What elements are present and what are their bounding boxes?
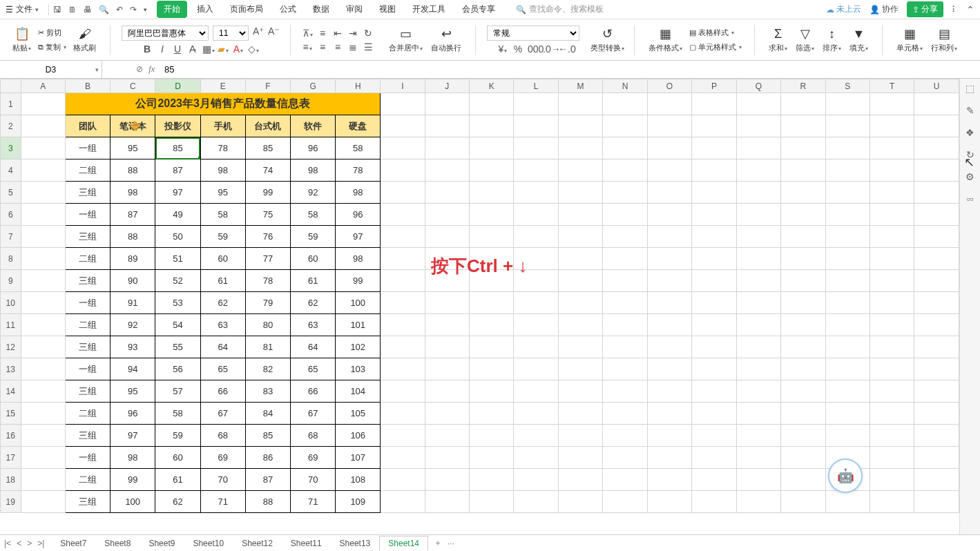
italic-icon[interactable]: I (157, 44, 168, 55)
empty-cell[interactable] (558, 160, 602, 182)
name-box[interactable]: ▾ (0, 61, 102, 78)
sheet-tab-Sheet7[interactable]: Sheet7 (51, 536, 95, 551)
empty-cell[interactable] (469, 226, 513, 248)
percent-icon[interactable]: % (512, 44, 523, 55)
empty-cell[interactable] (603, 447, 647, 469)
data-cell[interactable]: 58 (291, 204, 336, 226)
data-cell[interactable]: 70 (200, 469, 245, 491)
empty-cell[interactable] (914, 336, 959, 358)
data-cell[interactable]: 一组 (66, 292, 111, 314)
empty-cell[interactable] (825, 226, 869, 248)
row-header-15[interactable]: 15 (1, 403, 21, 425)
cell-style-button[interactable]: ▢单元格样式 (688, 41, 743, 53)
empty-cell[interactable] (736, 469, 780, 491)
data-cell[interactable]: 53 (155, 292, 200, 314)
empty-cell[interactable] (603, 403, 647, 425)
row-header-4[interactable]: 4 (1, 160, 21, 182)
data-cell[interactable]: 61 (200, 270, 245, 292)
cond-format-button[interactable]: ▦条件格式 (646, 25, 685, 55)
empty-cell[interactable] (781, 226, 825, 248)
empty-cell[interactable] (603, 336, 647, 358)
empty-cell[interactable] (825, 204, 869, 226)
command-search[interactable]: 🔍 查找命令、搜索模板 (516, 3, 604, 15)
tab-start[interactable]: 开始 (157, 1, 187, 18)
row-header-5[interactable]: 5 (1, 182, 21, 204)
data-cell[interactable]: 80 (245, 314, 290, 336)
share-button[interactable]: ⇪分享 (907, 1, 943, 17)
empty-cell[interactable] (914, 182, 959, 204)
row-header-17[interactable]: 17 (1, 447, 21, 469)
rowcol-button[interactable]: ▤行和列 (928, 25, 960, 55)
empty-cell[interactable] (692, 93, 736, 115)
data-cell[interactable]: 50 (155, 226, 200, 248)
add-sheet-button[interactable]: ＋ (434, 537, 442, 549)
empty-cell[interactable] (558, 137, 602, 160)
data-cell[interactable]: 84 (245, 403, 290, 425)
data-cell[interactable]: 68 (291, 425, 336, 447)
data-cell[interactable]: 87 (245, 469, 290, 491)
empty-cell[interactable] (381, 93, 425, 115)
merge-button[interactable]: ▭合并居中 (386, 25, 425, 55)
empty-cell[interactable] (21, 93, 65, 115)
data-cell[interactable]: 55 (155, 336, 200, 358)
empty-cell[interactable] (425, 226, 469, 248)
empty-cell[interactable] (425, 270, 469, 292)
empty-cell[interactable] (469, 358, 513, 380)
empty-cell[interactable] (558, 226, 602, 248)
empty-cell[interactable] (647, 160, 691, 182)
empty-cell[interactable] (692, 292, 736, 314)
empty-cell[interactable] (558, 314, 602, 336)
font-name-select[interactable]: 阿里巴巴普惠体 (122, 26, 209, 41)
empty-cell[interactable] (736, 160, 780, 182)
empty-cell[interactable] (381, 270, 425, 292)
empty-cell[interactable] (647, 292, 691, 314)
data-cell[interactable]: 102 (336, 336, 381, 358)
sidepanel-style-icon[interactable]: ✎ (966, 105, 974, 116)
header-cell[interactable]: 软件 (291, 115, 336, 137)
empty-cell[interactable] (381, 160, 425, 182)
data-cell[interactable]: 52 (155, 270, 200, 292)
underline-icon[interactable]: U (172, 44, 183, 55)
data-cell[interactable]: 96 (111, 403, 155, 425)
col-header-O[interactable]: O (647, 79, 691, 93)
fill-button[interactable]: ▼填充 (847, 26, 871, 55)
empty-cell[interactable] (781, 447, 825, 469)
data-cell[interactable]: 95 (111, 137, 155, 160)
empty-cell[interactable] (692, 358, 736, 380)
file-menu[interactable]: ☰ 文件 ▾ (6, 3, 39, 15)
col-header-E[interactable]: E (200, 79, 245, 93)
row-header-19[interactable]: 19 (1, 491, 21, 513)
data-cell[interactable]: 66 (200, 380, 245, 403)
empty-cell[interactable] (558, 380, 602, 403)
empty-cell[interactable] (381, 491, 425, 513)
row-header-10[interactable]: 10 (1, 292, 21, 314)
increase-indent-icon[interactable]: ⇥ (347, 28, 358, 39)
empty-cell[interactable] (869, 314, 914, 336)
empty-cell[interactable] (781, 292, 825, 314)
empty-cell[interactable] (425, 115, 469, 137)
table-style-button[interactable]: ▤表格样式 (688, 27, 743, 39)
col-header-K[interactable]: K (469, 79, 513, 93)
sidepanel-select-icon[interactable]: ⬚ (965, 83, 974, 94)
data-cell[interactable]: 99 (336, 270, 381, 292)
tab-data[interactable]: 数据 (306, 1, 336, 18)
empty-cell[interactable] (647, 380, 691, 403)
data-cell[interactable]: 65 (291, 358, 336, 380)
data-cell[interactable]: 三组 (66, 380, 111, 403)
empty-cell[interactable] (21, 182, 65, 204)
col-header-C[interactable]: C (111, 79, 155, 93)
row-header-18[interactable]: 18 (1, 469, 21, 491)
data-cell[interactable]: 61 (155, 469, 200, 491)
sheet-tab-Sheet13[interactable]: Sheet13 (331, 536, 380, 551)
data-cell[interactable]: 66 (291, 380, 336, 403)
saveas-icon[interactable]: 🗎 (68, 5, 77, 14)
empty-cell[interactable] (781, 469, 825, 491)
formula-input[interactable] (164, 64, 510, 75)
data-cell[interactable]: 86 (245, 447, 290, 469)
empty-cell[interactable] (914, 292, 959, 314)
empty-cell[interactable] (603, 469, 647, 491)
empty-cell[interactable] (647, 93, 691, 115)
empty-cell[interactable] (914, 270, 959, 292)
empty-cell[interactable] (736, 270, 780, 292)
data-cell[interactable]: 95 (200, 182, 245, 204)
